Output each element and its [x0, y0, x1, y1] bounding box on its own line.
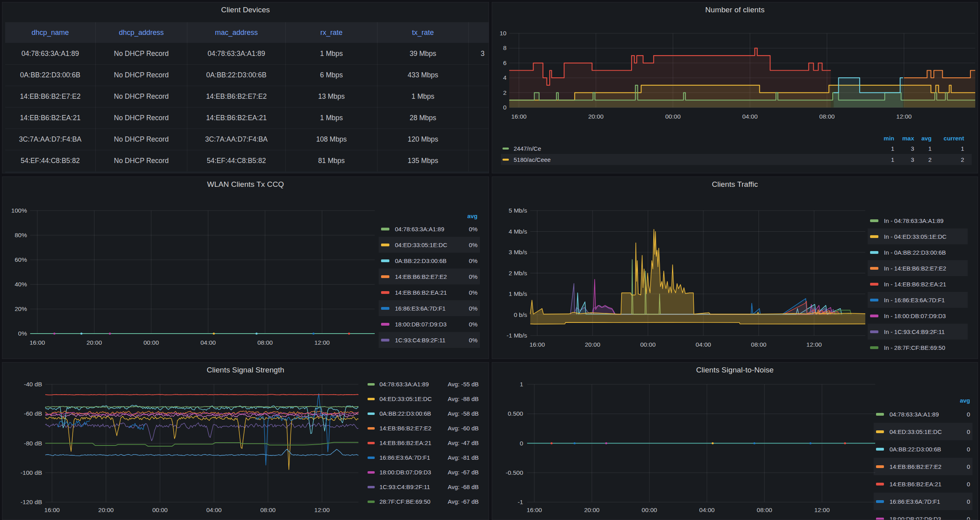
legend-series-label[interactable]: 14:EB:B6:B2:EA:21	[395, 289, 447, 296]
legend-series-color-icon[interactable]	[870, 299, 878, 301]
legend-series-color-icon[interactable]	[381, 275, 389, 278]
column-header-dhcp_name[interactable]: dhcp_name	[5, 22, 96, 43]
legend-item[interactable]: 04:ED:33:05:1E:DC0%	[379, 237, 480, 253]
legend-series-color-icon[interactable]	[381, 291, 389, 294]
legend-item[interactable]: 1C:93:C4:B9:2F:110%	[379, 332, 480, 348]
column-header-tx_rate[interactable]: tx_rate	[377, 22, 469, 43]
legend-series-label[interactable]: 04:ED:33:05:1E:DC	[890, 428, 942, 435]
legend-item[interactable]: 28:7F:CF:BE:69:50Avg: -67 dB	[367, 494, 489, 509]
legend-item[interactable]: 16:86:E3:6A:7D:F10	[874, 493, 972, 510]
panel-title[interactable]: Client Devices	[2, 2, 489, 17]
legend-header-current[interactable]: current	[932, 135, 964, 142]
legend-series-color-icon[interactable]	[876, 413, 884, 416]
column-header-mac_address[interactable]: mac_address	[187, 22, 286, 43]
legend-series-label[interactable]: 0A:BB:22:D3:00:6B	[379, 410, 448, 417]
legend-item[interactable]: 14:EB:B6:B2:E7:E20%	[379, 269, 480, 284]
legend-series-label[interactable]: In - 1C:93:C4:B9:2F:11	[884, 328, 945, 335]
legend-series-color-icon[interactable]	[368, 427, 375, 430]
legend-series-label[interactable]: In - 18:00:DB:07:D9:D3	[884, 313, 946, 319]
legend-item[interactable]: 0A:BB:22:D3:00:6BAvg: -58 dB	[367, 406, 489, 421]
legend-series-color-icon[interactable]	[368, 383, 375, 386]
legend-item[interactable]: 04:ED:33:05:1E:DCAvg: -88 dB	[367, 391, 489, 406]
legend-series-color-icon[interactable]	[876, 500, 884, 503]
legend-item[interactable]: In - 14:EB:B6:B2:E7:E2	[868, 260, 968, 276]
legend-series-label[interactable]: 0A:BB:22:D3:00:6B	[890, 446, 941, 453]
legend-series-label[interactable]: 04:78:63:3A:A1:89	[395, 226, 444, 232]
legend-item[interactable]: 04:78:63:3A:A1:890%	[379, 221, 480, 237]
legend-series-label[interactable]: 04:78:63:3A:A1:89	[890, 411, 939, 418]
panel-title[interactable]: Number of clients	[492, 2, 978, 17]
legend-series-label[interactable]: 04:78:63:3A:A1:89	[379, 381, 448, 388]
legend-item[interactable]: In - 0A:BB:22:D3:00:6B	[868, 244, 968, 260]
legend-item[interactable]: 0A:BB:22:D3:00:6B0	[874, 440, 972, 458]
legend-item[interactable]: 14:EB:B6:B2:EA:210%	[379, 284, 480, 300]
legend-series-color-icon[interactable]	[876, 448, 884, 451]
legend-series-label[interactable]: 1C:93:C4:B9:2F:11	[395, 337, 445, 343]
legend-series-label[interactable]: 04:ED:33:05:1E:DC	[379, 395, 448, 402]
legend-series-label[interactable]: In - 04:ED:33:05:1E:DC	[884, 233, 947, 240]
legend-series-label[interactable]: 2447/n/Ce	[514, 145, 541, 152]
legend-series-label[interactable]: In - 14:EB:B6:B2:EA:21	[884, 281, 946, 288]
legend-series-color-icon[interactable]	[876, 483, 884, 485]
legend-series-label[interactable]: 28:7F:CF:BE:69:50	[379, 498, 448, 505]
legend-series-color-icon[interactable]	[368, 398, 375, 400]
legend-header-min[interactable]: min	[874, 135, 894, 142]
legend-series-label[interactable]: 14:EB:B6:B2:EA:21	[890, 481, 941, 487]
legend-item[interactable]: In - 16:86:E3:6A:7D:F1	[868, 292, 968, 308]
legend-series-label[interactable]: 18:00:DB:07:D9:D3	[395, 321, 447, 328]
legend-series-color-icon[interactable]	[381, 339, 389, 342]
legend-series-label[interactable]: 16:86:E3:6A:7D:F1	[395, 305, 446, 312]
legend-series-label[interactable]: 16:86:E3:6A:7D:F1	[890, 498, 940, 505]
legend-series-label[interactable]: In - 28:7F:CF:BE:69:50	[884, 344, 945, 351]
legend-series-label[interactable]: 14:EB:B6:B2:EA:21	[379, 439, 448, 446]
legend-series-color-icon[interactable]	[381, 228, 389, 230]
legend-header-avg[interactable]: avg	[874, 395, 972, 405]
legend-series-label[interactable]: In - 14:EB:B6:B2:E7:E2	[884, 265, 946, 272]
legend-item[interactable]: 16:86:E3:6A:7D:F10%	[379, 300, 480, 316]
legend-series-color-icon[interactable]	[368, 486, 375, 488]
legend-header-avg[interactable]: avg	[914, 135, 932, 142]
column-header-dhcp_address[interactable]: dhcp_address	[96, 22, 187, 43]
legend-series-label[interactable]: 16:86:E3:6A:7D:F1	[379, 454, 448, 461]
legend-series-color-icon[interactable]	[368, 442, 375, 444]
legend-series-color-icon[interactable]	[876, 430, 884, 433]
legend-series-color-icon[interactable]	[870, 346, 878, 349]
legend-item[interactable]: 18:00:DB:07:D9:D30	[874, 510, 972, 520]
legend-series-color-icon[interactable]	[381, 307, 389, 310]
legend-series-color-icon[interactable]	[503, 148, 509, 150]
legend-item[interactable]: 16:86:E3:6A:7D:F1Avg: -81 dB	[367, 450, 489, 465]
panel-title[interactable]: Clients Traffic	[492, 177, 978, 192]
panel-title[interactable]: Clients Signal-to-Noise	[492, 363, 978, 378]
column-header-extra[interactable]	[469, 22, 489, 43]
legend-item[interactable]: 14:EB:B6:B2:EA:210	[874, 475, 972, 493]
legend-series-label[interactable]: In - 04:78:63:3A:A1:89	[884, 217, 943, 224]
legend-series-label[interactable]: 14:EB:B6:B2:E7:E2	[379, 425, 448, 432]
legend-series-color-icon[interactable]	[381, 244, 389, 246]
legend-series-label[interactable]: 1C:93:C4:B9:2F:11	[379, 484, 448, 490]
panel-title[interactable]: Clients Signal Strength	[2, 363, 489, 378]
legend-series-color-icon[interactable]	[381, 259, 389, 262]
legend-item[interactable]: 1C:93:C4:B9:2F:11Avg: -68 dB	[367, 480, 489, 494]
legend-item[interactable]: 2447/n/Ce1311	[501, 143, 972, 154]
legend-item[interactable]: In - 1C:93:C4:B9:2F:11	[868, 324, 968, 340]
legend-series-color-icon[interactable]	[870, 330, 878, 333]
legend-series-color-icon[interactable]	[503, 159, 509, 161]
legend-item[interactable]: 0A:BB:22:D3:00:6B0%	[379, 253, 480, 269]
legend-series-label[interactable]: 04:ED:33:05:1E:DC	[395, 242, 447, 248]
legend-series-label[interactable]: 5180/ac/Ceee	[514, 156, 551, 163]
legend-series-color-icon[interactable]	[368, 413, 375, 415]
legend-item[interactable]: In - 14:EB:B6:B2:EA:21	[868, 276, 968, 292]
legend-series-label[interactable]: 0A:BB:22:D3:00:6B	[395, 257, 447, 264]
legend-series-color-icon[interactable]	[368, 471, 375, 474]
legend-item[interactable]: 14:EB:B6:B2:E7:E2Avg: -60 dB	[367, 421, 489, 436]
legend-series-color-icon[interactable]	[368, 457, 375, 459]
legend-item[interactable]: In - 28:7F:CF:BE:69:50	[868, 340, 968, 355]
legend-item[interactable]: 14:EB:B6:B2:E7:E20	[874, 458, 972, 475]
legend-item[interactable]: 14:EB:B6:B2:EA:21Avg: -47 dB	[367, 436, 489, 450]
legend-series-color-icon[interactable]	[381, 323, 389, 326]
legend-series-color-icon[interactable]	[876, 518, 884, 520]
legend-series-color-icon[interactable]	[876, 465, 884, 468]
legend-series-label[interactable]: In - 0A:BB:22:D3:00:6B	[884, 249, 946, 256]
legend-item[interactable]: 18:00:DB:07:D9:D3Avg: -67 dB	[367, 465, 489, 480]
legend-series-color-icon[interactable]	[870, 267, 878, 270]
